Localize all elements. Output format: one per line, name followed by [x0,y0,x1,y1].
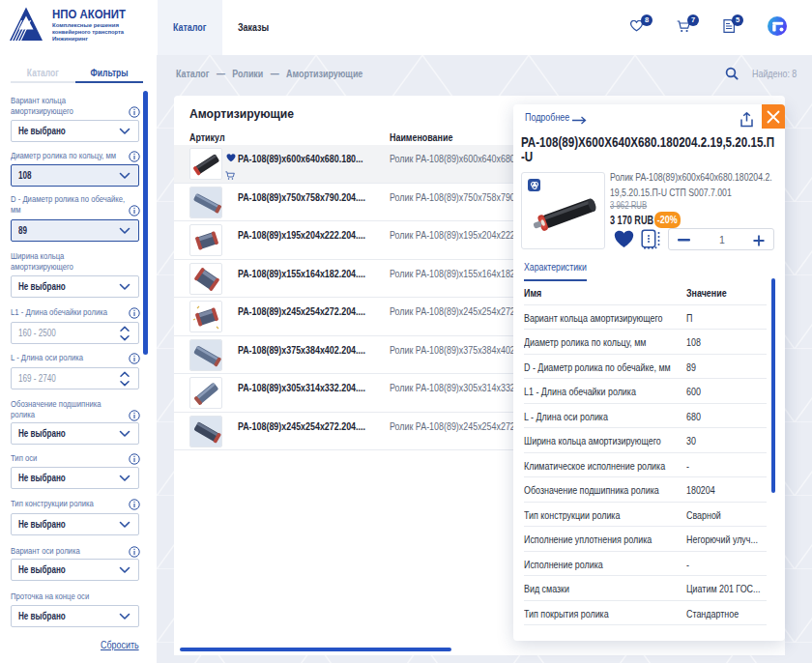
svg-text:НПО АКОНИТ: НПО АКОНИТ [52,7,127,21]
svg-text:конвейерного транспорта: конвейерного транспорта [52,28,125,35]
svg-text:Комплексные решения: Комплексные решения [52,21,119,28]
svg-text:Инжиниринг: Инжиниринг [52,35,88,42]
